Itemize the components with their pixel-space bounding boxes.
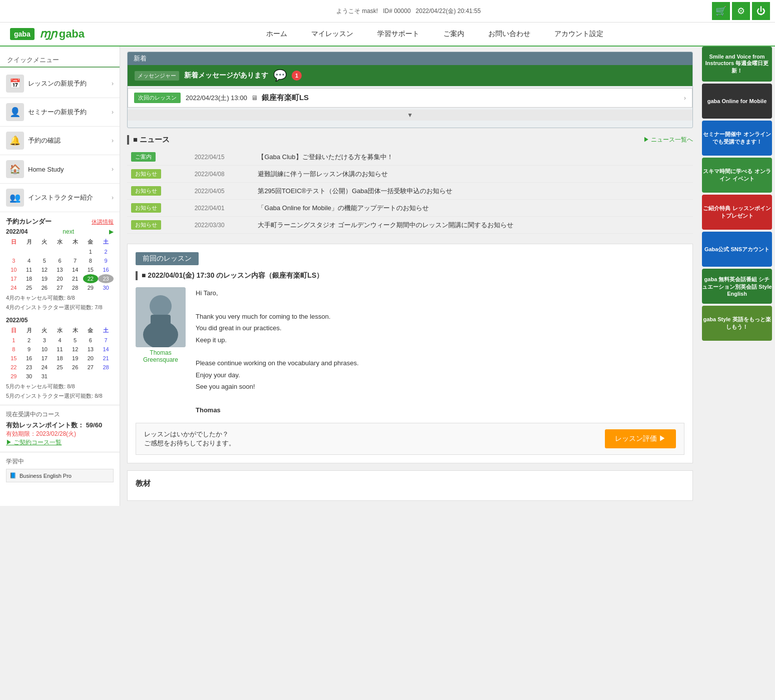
next-lesson-location: 銀座有楽町LS	[262, 93, 309, 103]
next-lesson-row[interactable]: 次回のレッスン 2022/04/23(土) 13:00 🖥 銀座有楽町LS ›	[128, 88, 692, 108]
monitor-icon: 🖥	[251, 94, 258, 102]
msg-line-7: Enjoy your day.	[196, 369, 684, 381]
news-date-2: 2022/04/05	[191, 183, 254, 200]
instructors-icon: 👥	[6, 189, 24, 207]
table-row: 24 25 26 27 28 29 30	[6, 283, 114, 292]
cal-may-info2: 5月のインストラクター選択可能数: 8/8	[6, 392, 114, 400]
nav-my-lessons[interactable]: マイレッスン	[299, 26, 365, 43]
sidebar-item-home-study[interactable]: 🏠 Home Study ›	[0, 155, 120, 184]
news-row-0[interactable]: ご案内 2022/04/15 【Gaba Club】ご登録いただける方を募集中！	[127, 149, 693, 166]
new-lesson-icon: 📅	[6, 75, 24, 93]
news-section: ■ ニュース ▶ ニュース一覧へ ご案内 2022/04/15 【Gaba Cl…	[127, 135, 693, 234]
nav-account[interactable]: アカウント設定	[542, 26, 615, 43]
settings-button[interactable]: ⚙	[732, 2, 750, 20]
instructor-name: Thomas Greensquare	[143, 349, 178, 363]
banner-online-event-label: スキマ時間に学べる オンライン イベント	[702, 168, 772, 183]
msg-signature: Thomas	[196, 404, 684, 416]
cal-april-info2: 4月のインストラクター選択可能数: 7/8	[6, 304, 114, 311]
nav-study-support[interactable]: 学習サポート	[365, 26, 431, 43]
kyukou-link[interactable]: 休講情報	[92, 218, 114, 226]
logo-wave: ɱɲ	[40, 28, 57, 41]
sidebar-item-instructors[interactable]: 👥 インストラクター紹介 ›	[0, 184, 120, 212]
banner-style-english[interactable]: gaba 無料英会話番組 シチュエーション別英会話 Style English	[702, 269, 772, 304]
sidebar-item-new-lesson[interactable]: 📅 レッスンの新規予約 ›	[0, 70, 120, 98]
msg-line-0: Hi Taro,	[196, 287, 684, 299]
main-and-right: 新着 メッセンジャー 新着メッセージがあります 💬 1 次回のレッスン 2022…	[120, 47, 775, 506]
study-label: 学習中	[6, 457, 114, 466]
msg-line-3: You did great in our practices.	[196, 322, 684, 334]
points-label: 有効レッスンポイント数：	[6, 421, 84, 429]
home-study-label: Home Study	[28, 166, 112, 173]
news-row-1[interactable]: お知らせ 2022/04/08 避難訓練に伴う一部レッスン休講のお知らせ	[127, 166, 693, 183]
feedback-button[interactable]: レッスン評価 ▶	[605, 429, 676, 448]
prev-lesson-section: 前回のレッスン ■ 2022/04/01(金) 17:30 のレッスン内容（銀座…	[127, 244, 693, 463]
new-seminar-arrow: ›	[112, 109, 114, 116]
course-link[interactable]: ▶ ご契約コース一覧	[6, 438, 114, 447]
svg-point-1	[150, 295, 172, 317]
table-row: 17 18 19 20 21 22 23	[6, 274, 114, 283]
msg-line-6: Please continue working on the vocabular…	[196, 357, 684, 369]
cal-hdr-sat: 土	[98, 237, 114, 247]
msg-line-8: See you again soon!	[196, 381, 684, 392]
cal-next-btn[interactable]: next	[63, 228, 74, 235]
study-section: 学習中 📘 Business English Pro	[0, 452, 120, 487]
banner-referral[interactable]: ご紹介特典 レッスンポイントプレゼント	[702, 195, 772, 230]
lesson-feedback: レッスンはいかがでしたか？ ご感想をお待ちしております。 レッスン評価 ▶	[136, 423, 684, 455]
news-row-4[interactable]: お知らせ 2022/03/30 大手町ラーニングスタジオ ゴールデンウィーク期間…	[127, 217, 693, 234]
logo-area: gaba ɱɲ gaba	[0, 28, 95, 41]
messenger-badge: 1	[292, 71, 302, 81]
table-row: 22 23 24 25 26 27 28	[6, 363, 114, 372]
home-study-arrow: ›	[112, 166, 114, 173]
next-lesson-date: 2022/04/23(土) 13:00	[186, 94, 247, 103]
study-book[interactable]: 📘 Business English Pro	[6, 469, 114, 482]
sidebar: クイックメニュー 📅 レッスンの新規予約 › 👤 セミナーの新規予約 › 🔔 予…	[0, 47, 120, 506]
prev-lesson-date: ■ 2022/04/01(金) 17:30 のレッスン内容（銀座有楽町LS）	[136, 271, 684, 280]
news-text-1: 避難訓練に伴う一部レッスン休講のお知らせ	[254, 166, 693, 183]
banner-gaba-online[interactable]: gaba Online for Mobile	[702, 84, 772, 119]
cal-next-arrow[interactable]: ▶	[109, 228, 114, 235]
banner-seminar-label: セミナー開催中 オンラインでも受講できます！	[702, 131, 772, 146]
banner-gaba-style[interactable]: gaba Style 英語をもっと楽しもう！	[702, 306, 772, 341]
calendar-april: 日 月 火 水 木 金 土	[6, 237, 114, 292]
cal-hdr-thu: 木	[68, 237, 83, 247]
course-points: 有効レッスンポイント数： 59/60	[6, 421, 114, 430]
shinchaku-bar: 新着	[128, 52, 692, 65]
news-row-2[interactable]: お知らせ 2022/04/05 第295回TOEIC®テスト（公開）Gaba団体…	[127, 183, 693, 200]
expand-button[interactable]: ▼	[128, 110, 692, 121]
banner-gaba-style-label: gaba Style 英語をもっと楽しもう！	[702, 316, 772, 331]
instructor-info: Thomas Greensquare	[136, 287, 186, 416]
news-list-link[interactable]: ▶ ニュース一覧へ	[643, 136, 693, 144]
banner-online-event[interactable]: スキマ時間に学べる オンライン イベント	[702, 158, 772, 193]
cal-month1-label: 2022/04	[6, 228, 28, 235]
table-row: 1 2	[6, 247, 114, 256]
sidebar-item-reservations[interactable]: 🔔 予約の確認 ›	[0, 127, 120, 155]
nav-info[interactable]: ご案内	[431, 26, 476, 43]
prev-lesson-body: Thomas Greensquare Hi Taro, Thank you ve…	[136, 287, 684, 416]
banner-seminar[interactable]: セミナー開催中 オンラインでも受講できます！	[702, 121, 772, 156]
table-row: 10 11 12 13 14 15 16	[6, 265, 114, 274]
banner-smile-voice-label: Smile and Voice from Instructors 毎週金曜日更新…	[702, 54, 772, 75]
msg-line-2: Thank you very much for coming to the le…	[196, 311, 684, 322]
news-row-3[interactable]: お知らせ 2022/04/01 「Gaba Online for Mobile」…	[127, 200, 693, 217]
banner-sns[interactable]: Gaba公式 SNSアカウント	[702, 232, 772, 267]
shinchaku-wrapper: 新着 メッセンジャー 新着メッセージがあります 💬 1 次回のレッスン 2022…	[127, 52, 693, 128]
table-row: 3 4 5 6 7 8 9	[6, 256, 114, 265]
messenger-label: メッセンジャー	[135, 71, 179, 81]
messenger-text: 新着メッセージがあります	[184, 71, 268, 80]
nav-home[interactable]: ホーム	[254, 26, 299, 43]
calendar-section: 予約カレンダー 休講情報 2022/04 next ▶ 日 月 火 水 木 金	[0, 212, 120, 405]
instructor-silhouette	[136, 287, 186, 347]
prev-lesson-header: 前回のレッスン	[136, 252, 199, 265]
banner-smile-voice[interactable]: Smile and Voice from Instructors 毎週金曜日更新…	[702, 47, 772, 82]
feedback-text-area: レッスンはいかがでしたか？ ご感想をお待ちしております。	[144, 430, 235, 448]
nav-contact[interactable]: お問い合わせ	[476, 26, 542, 43]
power-button[interactable]: ⏻	[752, 2, 770, 20]
news-date-0: 2022/04/15	[191, 149, 254, 166]
messenger-box[interactable]: メッセンジャー 新着メッセージがあります 💬 1	[128, 65, 692, 86]
sidebar-item-new-seminar[interactable]: 👤 セミナーの新規予約 ›	[0, 98, 120, 127]
news-date-1: 2022/04/08	[191, 166, 254, 183]
next-lesson-arrow: ›	[684, 94, 686, 102]
cart-button[interactable]: 🛒	[712, 2, 730, 20]
cal-hdr-sun: 日	[6, 237, 22, 247]
instructors-arrow: ›	[112, 194, 114, 201]
